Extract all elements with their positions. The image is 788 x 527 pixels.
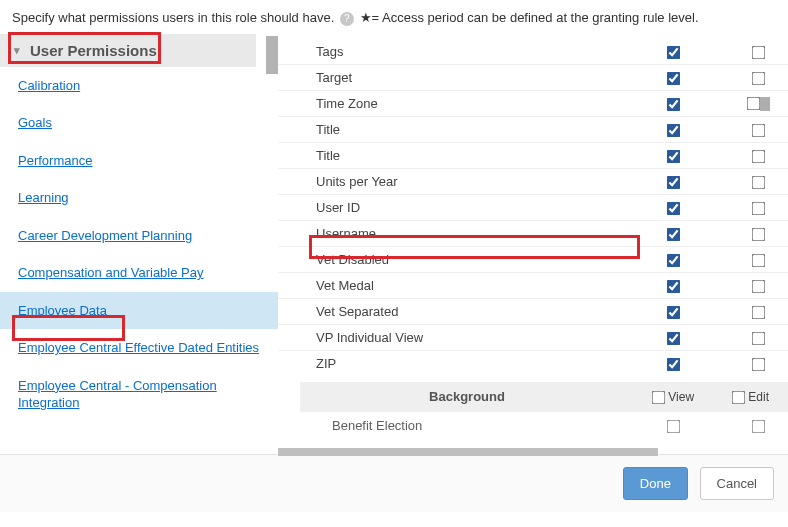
row-checkbox-a[interactable] <box>666 175 680 189</box>
sidebar-item-link[interactable]: Learning <box>18 189 69 207</box>
table-row: ZIP <box>278 350 788 376</box>
row-checkbox-a[interactable] <box>666 149 680 163</box>
sidebar-item[interactable]: Career Development Planning <box>0 217 278 255</box>
table-row: User ID <box>278 194 788 220</box>
sidebar-item-link[interactable]: Employee Data <box>18 302 107 320</box>
sidebar-item[interactable]: Performance <box>0 142 278 180</box>
sidebar: ▾ User Permissions CalibrationGoalsPerfo… <box>0 34 278 454</box>
row-checkbox-b[interactable] <box>751 279 765 293</box>
table-row: Units per Year <box>278 168 788 194</box>
row-checkbox-b[interactable] <box>751 331 765 345</box>
subheader-view-checkbox[interactable] <box>652 391 666 405</box>
row-label: Target <box>316 70 618 85</box>
row-checkbox-a[interactable] <box>666 253 680 267</box>
row-checkbox-a[interactable] <box>666 201 680 215</box>
row-label: Title <box>316 122 618 137</box>
subheader-title: Background <box>316 389 618 404</box>
row-checkbox-b[interactable] <box>751 227 765 241</box>
row-checkbox-a[interactable] <box>666 305 680 319</box>
row-label: Units per Year <box>316 174 618 189</box>
table-row: Benefit Election <box>278 412 788 438</box>
row-checkbox-b[interactable] <box>751 71 765 85</box>
table-row: Title <box>278 142 788 168</box>
row-label: Vet Medal <box>316 278 618 293</box>
row-checkbox-b[interactable] <box>751 357 765 371</box>
scrollbar-thumb[interactable] <box>278 448 658 456</box>
row-label: Username <box>316 226 618 241</box>
row-checkbox-a[interactable] <box>666 71 680 85</box>
content-h-scrollbar[interactable] <box>278 448 788 456</box>
row-label: VP Individual View <box>316 330 618 345</box>
row-checkbox-a[interactable] <box>666 97 680 111</box>
subheader-edit[interactable]: Edit <box>732 390 769 404</box>
row-label: Vet Disabled <box>316 252 618 267</box>
row-checkbox-b[interactable] <box>751 45 765 59</box>
sidebar-scrollbar[interactable] <box>266 36 278 74</box>
row-label: User ID <box>316 200 618 215</box>
section-title: User Permissions <box>30 42 157 59</box>
table-row: Vet Disabled <box>278 246 788 272</box>
footer: Done Cancel <box>0 454 788 512</box>
table-row: Target <box>278 64 788 90</box>
table-row: Vet Medal <box>278 272 788 298</box>
subheader-view[interactable]: View <box>652 390 694 404</box>
table-row: Time Zone <box>278 90 788 116</box>
chevron-down-icon: ▾ <box>14 44 20 57</box>
sidebar-item-link[interactable]: Performance <box>18 152 92 170</box>
row-label: Title <box>316 148 618 163</box>
sidebar-item[interactable]: Goals <box>0 104 278 142</box>
row-label: Vet Separated <box>316 304 618 319</box>
sidebar-item[interactable]: Compensation and Variable Pay <box>0 254 278 292</box>
row-checkbox-a[interactable] <box>666 123 680 137</box>
sidebar-item[interactable]: Calibration <box>0 67 278 105</box>
sidebar-item[interactable]: Employee Data <box>0 292 278 330</box>
sidebar-section-header[interactable]: ▾ User Permissions <box>0 34 256 67</box>
row-checkbox-a[interactable] <box>666 331 680 345</box>
sidebar-item-link[interactable]: Employee Central Effective Dated Entitie… <box>18 339 259 357</box>
row-checkbox-b[interactable] <box>751 123 765 137</box>
row-checkbox-a[interactable] <box>666 45 680 59</box>
row-label: ZIP <box>316 356 618 371</box>
sidebar-item[interactable]: Employee Central - Compensation Integrat… <box>0 367 278 422</box>
sidebar-item-link[interactable]: Calibration <box>18 77 80 95</box>
row-checkbox-b[interactable] <box>751 149 765 163</box>
help-icon[interactable]: ? <box>340 12 354 26</box>
row-checkbox-b[interactable] <box>751 201 765 215</box>
table-row: Tags <box>278 38 788 64</box>
sidebar-item-link[interactable]: Employee Central - Compensation Integrat… <box>18 377 266 412</box>
sidebar-item[interactable]: Employee Central Effective Dated Entitie… <box>0 329 278 367</box>
cancel-button[interactable]: Cancel <box>700 467 774 500</box>
subheader-edit-checkbox[interactable] <box>732 391 746 405</box>
sidebar-item-link[interactable]: Compensation and Variable Pay <box>18 264 204 282</box>
table-row: Title <box>278 116 788 142</box>
content: TagsTargetTime ZoneTitleTitleUnits per Y… <box>278 34 788 454</box>
subheader-background: Background View Edit <box>300 382 788 412</box>
row-label: Time Zone <box>316 96 618 111</box>
row-checkbox-a[interactable] <box>666 227 680 241</box>
row-checkbox-a[interactable] <box>666 357 680 371</box>
sidebar-item[interactable]: Learning <box>0 179 278 217</box>
row-checkbox-b[interactable] <box>751 305 765 319</box>
table-row: VP Individual View <box>278 324 788 350</box>
sidebar-item-link[interactable]: Career Development Planning <box>18 227 192 245</box>
row-checkbox-b[interactable] <box>751 419 765 433</box>
table-row: Vet Separated <box>278 298 788 324</box>
subheader-view-label: View <box>668 390 694 404</box>
row-checkbox-b[interactable] <box>751 175 765 189</box>
hint-text: Specify what permissions users in this r… <box>12 10 334 25</box>
row-label: Benefit Election <box>332 418 618 433</box>
row-label: Tags <box>316 44 618 59</box>
subheader-edit-label: Edit <box>748 390 769 404</box>
row-checkbox-a[interactable] <box>666 419 680 433</box>
extra-indicator <box>760 97 770 111</box>
done-button[interactable]: Done <box>623 467 688 500</box>
row-checkbox-b[interactable] <box>746 97 760 111</box>
star-note: ★= Access period can be defined at the g… <box>360 10 699 25</box>
row-checkbox-b[interactable] <box>751 253 765 267</box>
table-row: Username <box>278 220 788 246</box>
sidebar-item-link[interactable]: Goals <box>18 114 52 132</box>
row-checkbox-a[interactable] <box>666 279 680 293</box>
